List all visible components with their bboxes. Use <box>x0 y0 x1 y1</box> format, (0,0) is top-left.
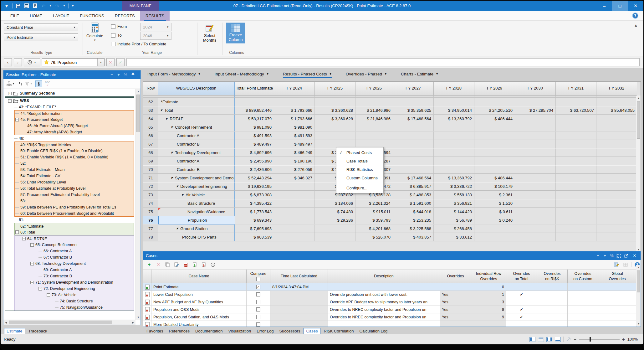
value-cell[interactable] <box>556 165 596 174</box>
cases-vertical-scrollbar[interactable]: ▲ ▼ <box>636 265 641 326</box>
time-last-calculated-cell[interactable]: 8/1/2024 3:47:04 PM <box>270 283 328 291</box>
bottom-tab-documentation[interactable]: Documentation <box>193 328 225 334</box>
wbs-description-cell[interactable]: *Estimate <box>158 98 235 106</box>
value-cell[interactable] <box>596 131 637 140</box>
value-cell[interactable]: $ 276.059 <box>274 165 315 174</box>
value-cell[interactable] <box>596 224 637 233</box>
overrides-cell[interactable]: Yes <box>440 313 471 321</box>
value-cell[interactable]: $ 6,873.308 <box>235 191 274 199</box>
estimate-type-dropdown[interactable]: Point Estimate▼ <box>4 33 78 41</box>
value-cell[interactable] <box>556 131 596 140</box>
value-cell[interactable]: $ 3,225.568 <box>393 224 434 233</box>
tree-item[interactable]: 74: Basic Structure <box>14 298 134 304</box>
tree-item[interactable]: 55: Enter Probability Level <box>14 179 134 185</box>
pane-tab-input-sheet-methodology[interactable]: Input Sheet - Methodology▼ <box>215 72 269 78</box>
cases-column-header-individual-row-overrides[interactable]: Individual RowOverrides <box>471 270 506 283</box>
value-cell[interactable] <box>515 165 556 174</box>
overrides-on-custom-cell[interactable] <box>568 291 598 298</box>
value-cell[interactable] <box>474 233 515 241</box>
value-cell[interactable] <box>393 123 434 131</box>
history-clock-icon[interactable] <box>209 261 216 268</box>
value-cell[interactable] <box>274 224 315 233</box>
close-button[interactable]: ✕ <box>628 1 643 11</box>
cases-column-header-overrides[interactable]: Overrides <box>440 270 471 283</box>
collapse-button[interactable]: − <box>595 253 601 258</box>
tree-item[interactable]: 59: Delta between PE and Probability Lev… <box>14 204 134 210</box>
time-last-calculated-cell[interactable] <box>270 298 328 306</box>
collapse-icon[interactable]: − <box>22 237 26 240</box>
individual-row-overrides-cell[interactable]: 3 <box>471 298 506 306</box>
wbs-description-cell[interactable]: ◤Development Engineering <box>158 182 235 191</box>
value-cell[interactable]: $ 466.249 <box>274 148 315 157</box>
tree-item[interactable]: 44: *Budget Information <box>14 110 134 116</box>
value-cell[interactable] <box>515 123 556 131</box>
value-cell[interactable] <box>596 157 637 165</box>
overrides-on-risk-cell[interactable] <box>537 306 568 313</box>
tree-item[interactable]: 43: *EXAMPLE FILE* <box>5 104 134 110</box>
global-overrides-cell[interactable] <box>598 321 636 327</box>
collapse-triangle-icon[interactable]: ◤ <box>171 126 173 129</box>
help-icon[interactable]: ? <box>632 13 638 19</box>
calculator-icon[interactable] <box>24 3 29 9</box>
value-cell[interactable] <box>474 165 515 174</box>
individual-row-overrides-cell[interactable]: 0 <box>471 283 506 291</box>
close-icon[interactable]: ✕ <box>631 253 638 258</box>
value-cell[interactable] <box>515 148 556 157</box>
column-header-fy-2025[interactable]: FY 2025 <box>315 82 355 95</box>
value-cell[interactable]: $ 2,436.806 <box>235 165 274 174</box>
row-number[interactable]: 66 <box>143 131 158 140</box>
description-cell[interactable]: Override APF Budget row to slip money to… <box>328 298 440 306</box>
value-cell[interactable]: $ 3,360.628 <box>315 115 355 123</box>
value-cell[interactable] <box>556 174 596 182</box>
tree-item[interactable]: 62: *Estimate <box>14 223 134 229</box>
from-checkbox[interactable] <box>111 24 115 29</box>
bottom-tab-successors[interactable]: Successors <box>277 328 303 334</box>
fullscreen-icon[interactable] <box>617 254 624 258</box>
value-cell[interactable]: $ 486.444 <box>474 115 515 123</box>
value-cell[interactable]: $ 29.286 <box>315 216 355 224</box>
expand-icon[interactable]: + <box>8 92 12 95</box>
value-cell[interactable] <box>596 148 637 157</box>
value-cell[interactable]: $ 7,695.693 <box>235 224 274 233</box>
value-cell[interactable]: $ 13,360.792 <box>434 174 474 182</box>
row-number[interactable]: 69 <box>143 157 158 165</box>
value-cell[interactable]: $ 915.011 <box>355 208 393 216</box>
collapse-icon[interactable]: − <box>38 287 42 291</box>
bottom-tab-references[interactable]: References <box>166 328 192 334</box>
value-cell[interactable]: $ 2,455.890 <box>235 157 274 165</box>
value-cell[interactable] <box>596 191 637 199</box>
hierarchy-view-button[interactable]: ▼ <box>7 81 15 86</box>
tree-item[interactable]: 50: Enable CER RI$K (1 = Enable, 0 = Dis… <box>14 148 134 154</box>
ribbon-tab-results[interactable]: RESULTS <box>140 11 170 21</box>
value-cell[interactable] <box>474 98 515 106</box>
value-cell[interactable] <box>596 182 637 191</box>
value-cell[interactable] <box>596 98 637 106</box>
tree-item[interactable]: +Summary Sections <box>5 90 134 96</box>
compare-checkbox[interactable]: ✓ <box>256 285 260 289</box>
calculate-case-icon[interactable] <box>182 261 189 268</box>
menu-item-ri-k-statistics[interactable]: RI$K Statistics <box>336 165 383 174</box>
wbs-description-cell[interactable]: ◤Ground Station <box>158 224 235 233</box>
value-cell[interactable] <box>556 233 596 241</box>
value-cell[interactable]: $ 526.070 <box>355 233 393 241</box>
time-last-calculated-cell[interactable] <box>270 321 328 327</box>
collapse-triangle-icon[interactable]: ◤ <box>171 151 173 154</box>
overrides-on-custom-cell[interactable] <box>568 321 598 327</box>
row-number[interactable]: 64 <box>143 115 158 123</box>
price-type-dropdown[interactable]: Constant Price▼ <box>4 23 78 31</box>
value-cell[interactable]: $ 489.497 <box>235 140 274 148</box>
wbs-description-cell[interactable]: Procure OTS Parts <box>158 233 235 241</box>
value-cell[interactable] <box>515 191 556 199</box>
zoom-in-icon[interactable]: + <box>622 337 625 342</box>
value-cell[interactable]: $ 4,395.422 <box>235 199 274 208</box>
minimize-button[interactable]: – <box>596 1 612 11</box>
compare-checkbox[interactable] <box>256 315 260 319</box>
zoom-slider[interactable] <box>579 339 620 340</box>
value-cell[interactable]: $ 1,778.543 <box>235 208 274 216</box>
column-header-wbs-ces-description[interactable]: WBS/CES Description <box>158 82 235 95</box>
pane-tab-charts-estimate[interactable]: Charts - Estimate▼ <box>401 72 438 78</box>
scroll-up-icon[interactable]: ▲ <box>636 95 641 100</box>
tree-item[interactable]: −WBS <box>5 98 134 104</box>
description-cell[interactable]: Overrides to NREC complexity factor and … <box>328 306 440 313</box>
description-cell[interactable] <box>328 283 440 291</box>
